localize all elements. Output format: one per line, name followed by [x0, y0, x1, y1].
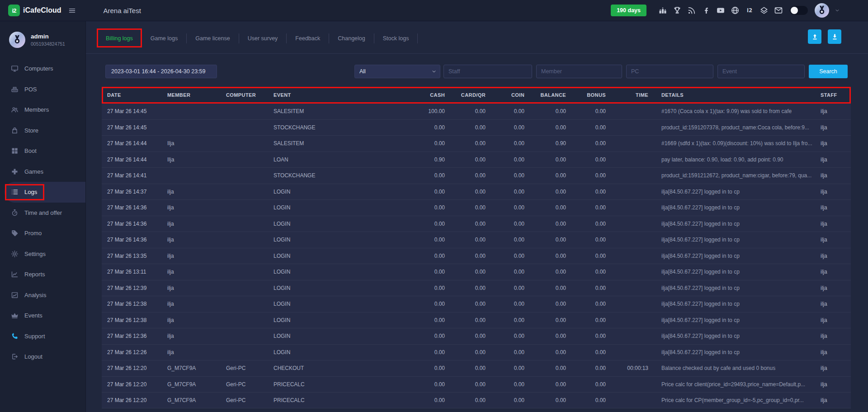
date-range-input[interactable]: [105, 65, 217, 78]
table-row: 27 Mar 26 14:45SALESITEM100.000.000.000.…: [102, 103, 851, 119]
cell-card_qr: 0.00: [445, 172, 486, 179]
cell-staff: ilja: [814, 333, 851, 339]
cell-member: ilja: [167, 285, 226, 291]
cell-member: G_M7CF9A: [167, 365, 226, 371]
cell-computer: Geri-PC: [226, 365, 274, 371]
cell-card_qr: 0.00: [445, 301, 486, 307]
sidebar-item-settings[interactable]: Settings: [0, 244, 85, 265]
logs-icon: [11, 188, 19, 196]
cell-cash: 0.00: [353, 285, 445, 291]
brand-logo[interactable]: i2 iCafeCloud: [0, 5, 61, 16]
table-row: 27 Mar 26 14:44IljaSALESITEM0.000.000.00…: [102, 135, 851, 152]
cell-coin: 0.00: [486, 365, 524, 371]
sidebar-item-logout[interactable]: Logout: [0, 346, 85, 367]
cell-member: ilja: [167, 317, 226, 323]
cell-details: ilja[84.50.67.227] logged in to cp: [648, 301, 814, 307]
logout-icon: [11, 353, 19, 360]
sidebar-item-members[interactable]: Members: [0, 99, 85, 120]
sidebar-item-events[interactable]: Events: [0, 305, 85, 326]
main-content: Billing logsGame logsGame licenseUser su…: [86, 21, 868, 412]
upload-button[interactable]: [808, 29, 821, 44]
cell-details: Balance checked out by cafe and used 0 b…: [648, 365, 814, 371]
cell-date: 27 Mar 26 12:26: [102, 349, 167, 355]
chevron-down-icon[interactable]: [835, 8, 840, 13]
cell-cash: 0.00: [353, 349, 445, 355]
sidebar-item-logs[interactable]: Logs: [5, 182, 85, 203]
sidebar-item-label: Boot: [24, 147, 37, 154]
cell-balance: 0.00: [524, 349, 566, 355]
layers-icon[interactable]: [760, 6, 769, 15]
youtube-icon[interactable]: [716, 6, 725, 15]
crown-icon: [11, 312, 19, 319]
sidebar-item-analysis[interactable]: Analysis: [0, 285, 85, 306]
icafe-icon[interactable]: i2: [745, 6, 754, 15]
cell-staff: ilja: [814, 253, 851, 259]
cell-staff: ilja: [814, 221, 851, 227]
cell-coin: 0.00: [486, 381, 524, 388]
tag-icon: [11, 229, 19, 237]
tab-game-license[interactable]: Game license: [187, 33, 239, 43]
sidebar-item-label: Computers: [24, 65, 53, 72]
globe-icon[interactable]: [731, 6, 740, 15]
user-avatar[interactable]: [815, 3, 829, 18]
menu-icon[interactable]: [68, 7, 76, 14]
cell-bonus: 0.00: [566, 365, 606, 371]
tab-game-logs[interactable]: Game logs: [142, 33, 187, 43]
cell-coin: 0.00: [486, 156, 524, 163]
cell-coin: 0.00: [486, 172, 524, 179]
pos-icon: [11, 85, 19, 93]
tab-billing-logs[interactable]: Billing logs: [97, 33, 142, 43]
sidebar-item-pos[interactable]: POS: [0, 79, 85, 100]
podium-icon[interactable]: [658, 6, 667, 15]
sidebar-item-store[interactable]: Store: [0, 120, 85, 141]
cell-staff: ilja: [814, 140, 851, 147]
facebook-icon[interactable]: [702, 6, 711, 15]
member-input[interactable]: [536, 65, 622, 78]
cell-card_qr: 0.00: [445, 349, 486, 355]
license-days-button[interactable]: 190 days: [611, 5, 646, 16]
cell-staff: ilja: [814, 285, 851, 291]
rss-icon[interactable]: [687, 6, 696, 15]
cell-bonus: 0.00: [566, 108, 606, 114]
cell-details: pay later, balance: 0.90, load: 0.90, ad…: [648, 156, 814, 163]
cell-balance: 0.00: [524, 108, 566, 114]
page-title: Arena aiTest: [103, 7, 141, 14]
cell-cash: 0.90: [353, 156, 445, 163]
download-button[interactable]: [828, 29, 841, 44]
theme-toggle[interactable]: [790, 6, 808, 15]
cell-event: LOGIN: [274, 301, 353, 307]
tab-user-survey[interactable]: User survey: [239, 33, 287, 43]
table-row: 27 Mar 26 14:36iljaLOGIN0.000.000.000.00…: [102, 216, 851, 232]
sidebar-item-games[interactable]: Games: [0, 161, 85, 182]
cell-bonus: 0.00: [566, 189, 606, 195]
search-button[interactable]: Search: [809, 65, 848, 78]
event-type-select[interactable]: All: [354, 65, 440, 78]
sidebar-item-label: Time and offer: [24, 209, 62, 216]
cell-computer: Geri-PC: [226, 381, 274, 388]
sidebar-item-computers[interactable]: Computers: [0, 58, 85, 79]
cell-bonus: 0.00: [566, 237, 606, 243]
mail-icon[interactable]: [774, 6, 783, 15]
cell-details: ilja[84.50.67.227] logged in to cp: [648, 221, 814, 227]
tab-stock-logs[interactable]: Stock logs: [374, 33, 418, 43]
pc-input[interactable]: [626, 65, 713, 78]
tab-feedback[interactable]: Feedback: [287, 33, 329, 43]
sidebar-item-time-and-offer[interactable]: Time and offer: [0, 203, 85, 223]
staff-input[interactable]: [443, 65, 532, 78]
cell-event: STOCKCHANGE: [274, 124, 353, 131]
sidebar-item-promo[interactable]: Promo: [0, 223, 85, 244]
sidebar-item-support[interactable]: Support: [0, 326, 85, 347]
tab-changelog[interactable]: Changelog: [329, 33, 374, 43]
cell-card_qr: 0.00: [445, 285, 486, 291]
sidebar-user[interactable]: admin 0051934824751: [0, 21, 85, 51]
table-row: 27 Mar 26 14:44IljaLOAN0.900.000.000.000…: [102, 152, 851, 168]
event-input[interactable]: [717, 65, 805, 78]
cell-date: 27 Mar 26 14:45: [102, 108, 167, 114]
area-chart-icon: [11, 291, 19, 299]
cell-cash: 0.00: [353, 365, 445, 371]
sidebar-item-boot[interactable]: Boot: [0, 141, 85, 161]
sidebar-item-reports[interactable]: Reports: [0, 264, 85, 285]
trophy-icon[interactable]: [673, 6, 682, 15]
cell-event: SALESITEM: [274, 140, 353, 147]
cell-cash: 0.00: [353, 172, 445, 179]
